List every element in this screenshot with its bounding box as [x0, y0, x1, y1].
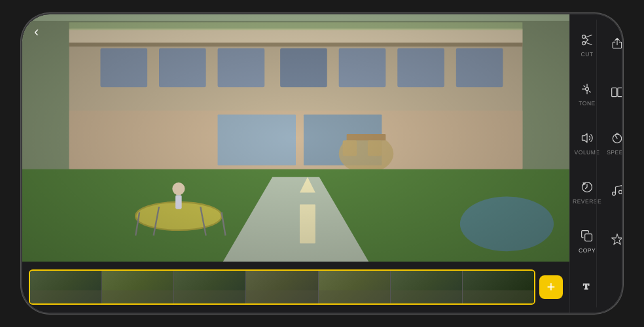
copy-icon: [581, 230, 594, 245]
tool-fx[interactable]: [604, 216, 622, 265]
reverse-label: REVERSE: [573, 198, 601, 205]
tool-text[interactable]: T: [570, 265, 604, 307]
svg-line-38: [585, 40, 588, 43]
svg-line-42: [584, 86, 585, 87]
svg-line-35: [585, 35, 592, 38]
svg-rect-52: [585, 234, 592, 241]
tone-label: TONE: [579, 100, 595, 107]
speed-icon: [611, 131, 622, 146]
clip-frame: [319, 271, 391, 303]
main-content: ‹ +: [22, 14, 622, 313]
panel-icon: [611, 86, 622, 101]
sidebar-inner: CUT: [570, 20, 622, 307]
phone-screen: ‹ +: [22, 14, 622, 313]
svg-line-37: [585, 37, 588, 40]
video-section: ‹ +: [22, 14, 569, 313]
copy-label: COPY: [579, 247, 596, 254]
svg-marker-47: [582, 133, 588, 142]
timeline-area: +: [22, 262, 569, 313]
svg-line-36: [585, 43, 592, 45]
tool-cut[interactable]: CUT: [570, 20, 604, 69]
svg-text:T: T: [583, 281, 589, 291]
tool-tone[interactable]: TONE: [570, 69, 604, 118]
svg-line-43: [589, 91, 590, 92]
reverse-icon: [581, 181, 594, 196]
clip-frame: [102, 271, 174, 303]
tool-volume[interactable]: VOLUME: [570, 118, 604, 167]
text-icon: T: [581, 279, 594, 294]
clip-frame: [463, 271, 534, 303]
svg-rect-32: [22, 14, 569, 262]
speed-label: SPEED: [607, 149, 622, 156]
clip-strip[interactable]: [29, 269, 535, 305]
svg-point-41: [586, 88, 589, 91]
volume-icon: [581, 131, 594, 146]
sidebar: CUT: [569, 14, 622, 313]
tool-music[interactable]: [604, 167, 622, 216]
tool-copy[interactable]: COPY: [570, 216, 604, 265]
share-icon: [611, 37, 622, 52]
clip-frame: [391, 271, 463, 303]
sidebar-vertical-divider: [596, 20, 597, 307]
svg-rect-45: [611, 88, 617, 96]
fx-icon: [611, 233, 622, 248]
tool-reverse[interactable]: REVERSE: [570, 167, 604, 216]
timeline-strip: [29, 269, 535, 305]
tool-panel[interactable]: [604, 69, 622, 118]
music-icon: [611, 184, 622, 199]
cut-label: CUT: [581, 51, 594, 58]
phone-container: ‹ +: [21, 13, 623, 314]
tool-speed[interactable]: SPEED: [604, 118, 622, 167]
clip-frame: [246, 271, 318, 303]
svg-point-50: [612, 192, 615, 196]
scissors-icon: [581, 33, 594, 48]
clip-frame: [174, 271, 246, 303]
add-clip-button[interactable]: +: [539, 275, 563, 299]
tone-icon: [581, 82, 594, 97]
video-preview: ‹: [22, 14, 569, 262]
clip-frame: [30, 271, 102, 303]
svg-point-51: [618, 190, 622, 194]
tool-share[interactable]: [604, 20, 622, 69]
back-button[interactable]: ‹: [34, 24, 39, 41]
svg-rect-46: [618, 88, 622, 96]
